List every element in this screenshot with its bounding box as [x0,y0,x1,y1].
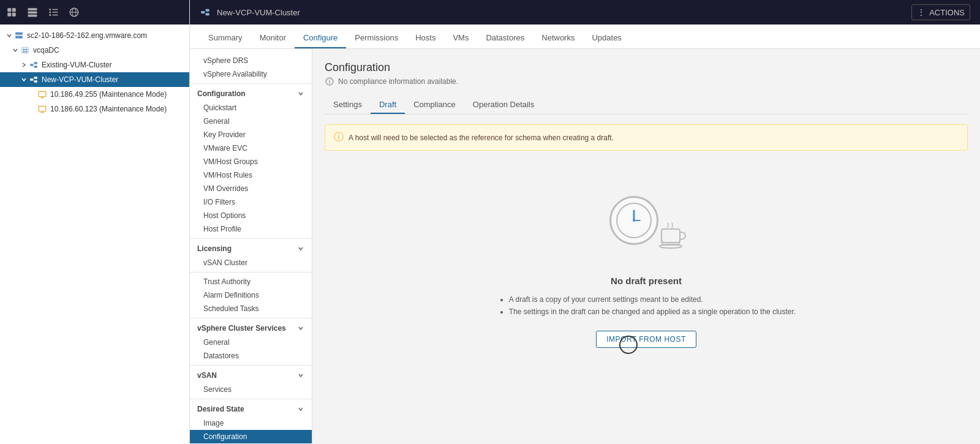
config-item-vsphere-drs[interactable]: vSphere DRS [190,54,312,67]
tree-item-existing[interactable]: Existing-VUM-Cluster [0,58,189,72]
sidebar-toolbar [0,0,189,24]
svg-rect-25 [34,66,37,68]
config-item-vcs-datastores[interactable]: Datastores [190,349,312,363]
tab-updates[interactable]: Updates [583,28,630,48]
svg-rect-24 [34,62,37,64]
svg-point-9 [49,12,51,13]
detail-tab-compliance[interactable]: Compliance [405,96,464,114]
config-section-vsan: vSAN Services [190,368,312,396]
detail-tab-operation-details[interactable]: Operation Details [464,96,543,114]
chevron-down-icon [297,90,304,97]
chevron-down-icon [297,372,304,379]
config-item-vmware-evc[interactable]: VMware EVC [190,141,312,155]
config-section-header-desired-state[interactable]: Desired State [190,402,312,416]
config-item-host-options[interactable]: Host Options [190,209,312,222]
svg-rect-37 [206,13,209,15]
config-section-header-vsan[interactable]: vSAN [190,368,312,383]
detail-tab-settings[interactable]: Settings [325,96,371,114]
tab-networks[interactable]: Networks [533,28,583,48]
tab-monitor[interactable]: Monitor [251,28,295,48]
empty-state-bullets: A draft is a copy of your current settin… [497,293,796,318]
svg-rect-28 [34,80,37,83]
empty-state-title: No draft present [611,276,682,286]
tab-vms[interactable]: VMs [444,28,477,48]
detail-panel: Configuration No compliance information … [312,49,980,444]
config-sidebar: vSphere DRS vSphere Availability Configu… [190,49,312,444]
coffee-cup-icon [658,223,689,258]
info-banner: ⓘ A host will need to be selected as the… [325,124,968,151]
detail-tab-draft[interactable]: Draft [371,96,405,114]
empty-illustration [603,190,689,263]
tree-item-vcqadc[interactable]: vcqaDC [0,43,189,58]
tab-configure[interactable]: Configure [295,28,346,48]
tab-permissions[interactable]: Permissions [346,28,407,48]
config-section-header-configuration[interactable]: Configuration [190,86,312,101]
config-section-vcs: vSphere Cluster Services General Datasto… [190,321,312,363]
svg-point-11 [49,14,51,16]
svg-rect-22 [26,51,28,52]
config-section-header-vcs[interactable]: vSphere Cluster Services [190,321,312,336]
tree-item-label: New-VCP-VUM-Cluster [42,75,118,84]
clock-icon [609,196,658,245]
empty-bullet-2: The settings in the draft can be changed… [509,306,796,318]
globe-icon[interactable] [67,6,81,19]
home-icon[interactable] [5,6,18,19]
tree-item-new-cluster[interactable]: New-VCP-VUM-Cluster [0,72,189,87]
actions-button[interactable]: ⋮ ACTIONS [911,4,970,20]
datacenter-icon [20,45,31,56]
compliance-info: No compliance information available. [325,77,968,86]
svg-rect-18 [22,47,29,53]
svg-rect-4 [28,8,37,10]
cluster-icon [28,74,39,85]
svg-point-7 [49,9,51,10]
top-navbar: New-VCP-VUM-Cluster ⋮ ACTIONS [190,0,980,24]
svg-point-46 [660,244,682,248]
empty-state: No draft present A draft is a copy of yo… [325,165,968,372]
config-item-io-filters[interactable]: I/O Filters [190,195,312,209]
import-from-host-button[interactable]: IMPORT FROM HOST [596,331,696,348]
config-item-vcs-general[interactable]: General [190,336,312,349]
tree-item-host1[interactable]: 10.186.49.255 (Maintenance Mode) [0,87,189,102]
config-item-scheduled-tasks[interactable]: Scheduled Tasks [190,302,312,315]
config-item-configuration-ds[interactable]: Configuration [190,430,312,443]
tree-item-root[interactable]: sc2-10-186-52-162.eng.vmware.com [0,28,189,43]
svg-rect-35 [201,11,205,13]
main-content: New-VCP-VUM-Cluster ⋮ ACTIONS Summary Mo… [190,0,980,444]
svg-rect-36 [206,9,209,12]
inventory-icon[interactable] [26,6,39,19]
svg-rect-17 [15,36,23,39]
config-item-vmhost-rules[interactable]: VM/Host Rules [190,168,312,182]
chevron-down-icon [297,325,304,332]
tab-summary[interactable]: Summary [200,28,251,48]
info-banner-text: A host will need to be selected as the r… [349,134,614,142]
svg-rect-32 [39,106,46,111]
config-item-quickstart[interactable]: Quickstart [190,101,312,115]
config-item-vsan-services[interactable]: Services [190,383,312,396]
config-section-desired-state: Desired State Image Configuration [190,402,312,443]
config-item-image[interactable]: Image [190,416,312,430]
tree-item-host2[interactable]: 10.186.60.123 (Maintenance Mode) [0,102,189,116]
config-item-vsphere-availability[interactable]: vSphere Availability [190,67,312,81]
config-item-host-profile[interactable]: Host Profile [190,222,312,236]
svg-rect-29 [39,91,46,96]
config-section-label: vSAN [197,371,217,380]
config-item-key-provider[interactable]: Key Provider [190,128,312,141]
svg-point-44 [633,219,635,222]
list-icon[interactable] [47,6,60,19]
config-item-vmhost-groups[interactable]: VM/Host Groups [190,155,312,168]
config-item-vm-overrides[interactable]: VM Overrides [190,182,312,195]
tree-item-label: 10.186.60.123 (Maintenance Mode) [50,105,167,113]
tab-datastores[interactable]: Datastores [477,28,533,48]
config-item-general[interactable]: General [190,115,312,128]
config-section-header-licensing[interactable]: Licensing [190,241,312,256]
config-item-alarm-definitions[interactable]: Alarm Definitions [190,288,312,302]
breadcrumb: New-VCP-VUM-Cluster [200,7,907,18]
import-button-container: IMPORT FROM HOST [596,331,696,348]
svg-rect-20 [26,49,28,50]
config-item-trust-authority[interactable]: Trust Authority [190,275,312,288]
svg-rect-23 [30,64,33,66]
chevron-icon [20,75,28,84]
config-item-vsan-cluster[interactable]: vSAN Cluster [190,256,312,269]
tab-hosts[interactable]: Hosts [407,28,444,48]
svg-rect-21 [23,51,25,52]
